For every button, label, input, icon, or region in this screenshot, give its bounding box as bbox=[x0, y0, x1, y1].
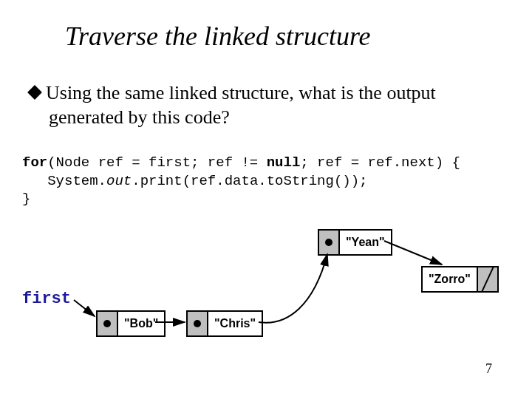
node-yean-ptr bbox=[319, 231, 340, 254]
dot-icon bbox=[325, 239, 332, 246]
node-chris-ptr bbox=[188, 312, 208, 335]
bullet-line2: generated by this code? bbox=[49, 106, 502, 130]
svg-line-0 bbox=[74, 300, 95, 316]
code-snippet: for(Node ref = first; ref != null; ref =… bbox=[22, 154, 517, 208]
node-yean-data: "Yean" bbox=[340, 231, 391, 254]
code-l2a: System. bbox=[22, 173, 106, 189]
dot-icon bbox=[103, 320, 111, 327]
svg-line-2 bbox=[384, 241, 442, 265]
code-out: out bbox=[106, 173, 132, 189]
code-l1d: ; ref = ref.next) { bbox=[300, 154, 460, 171]
null-slash-icon bbox=[481, 267, 494, 291]
node-zorro-null bbox=[477, 267, 497, 291]
node-bob: "Bob" bbox=[96, 310, 166, 337]
first-pointer-label: first bbox=[22, 290, 71, 308]
code-l3: } bbox=[22, 191, 30, 207]
bullet-line1: Using the same linked structure, what is… bbox=[46, 82, 436, 103]
dot-icon bbox=[194, 320, 201, 327]
node-yean: "Yean" bbox=[318, 229, 392, 256]
node-zorro: "Zorro" bbox=[421, 266, 499, 293]
kw-null: null bbox=[267, 154, 301, 171]
node-chris: "Chris" bbox=[186, 310, 263, 337]
slide-title: Traverse the linked structure bbox=[65, 21, 371, 52]
node-bob-ptr bbox=[98, 312, 118, 335]
page-number: 7 bbox=[485, 361, 492, 377]
kw-for: for bbox=[22, 154, 47, 171]
code-l2c: .print(ref.data.toString()); bbox=[132, 173, 367, 189]
bullet-item: Using the same linked structure, what is… bbox=[30, 81, 502, 129]
code-l1b: (Node ref = first; ref != bbox=[47, 154, 266, 171]
linked-list-diagram: first "Bob" "Chris" "Yean" "Zorro" bbox=[22, 216, 510, 349]
node-chris-data: "Chris" bbox=[208, 312, 262, 335]
node-bob-data: "Bob" bbox=[118, 312, 164, 335]
bullet-diamond-icon bbox=[27, 85, 42, 100]
node-zorro-data: "Zorro" bbox=[423, 267, 477, 291]
